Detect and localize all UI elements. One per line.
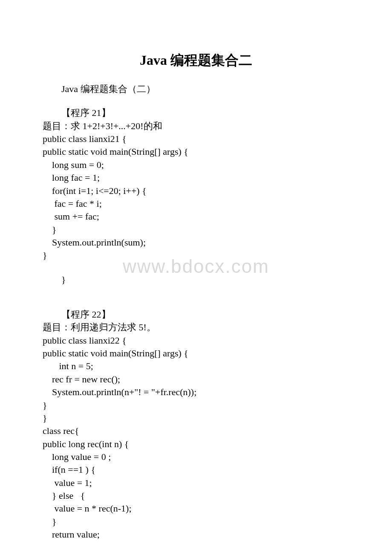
code-line: value = 1; (43, 477, 349, 489)
code-line: long value = 0 ; (43, 451, 349, 463)
code-line: class rec{ (43, 425, 349, 437)
code-line: value = n * rec(n-1); (43, 502, 349, 515)
code-line: 【程序 22】 (43, 308, 349, 321)
document-title: Java 编程题集合二 (43, 51, 349, 70)
code-line: public class lianxi22 { (43, 334, 349, 347)
code-line: sum += fac; (43, 210, 349, 223)
document-body: Java 编程题集合（二）【程序 21】题目：求 1+2!+3!+...+20!… (43, 83, 349, 541)
code-line: int n = 5; (43, 360, 349, 373)
code-line: public long rec(int n) { (43, 438, 349, 451)
code-line: } (43, 273, 349, 286)
code-line: fac = fac * i; (43, 197, 349, 210)
code-line: 【程序 21】 (43, 107, 349, 119)
blank-line (43, 297, 349, 308)
code-line: Java 编程题集合（二） (43, 83, 349, 95)
code-line: } else { (43, 489, 349, 502)
code-line: long fac = 1; (43, 171, 349, 184)
code-line: public static void main(String[] args) { (43, 347, 349, 360)
code-line: if(n ==1 ) { (43, 463, 349, 476)
code-line: rec fr = new rec(); (43, 373, 349, 386)
code-line: 题目：利用递归方法求 5!。 (43, 321, 349, 334)
code-line: return value; (43, 528, 349, 541)
code-line: for(int i=1; i<=20; i++) { (43, 185, 349, 197)
code-line: System.out.println(sum); (43, 236, 349, 249)
code-line: } (43, 399, 349, 412)
code-line: } (43, 412, 349, 425)
code-line: 题目：求 1+2!+3!+...+20!的和 (43, 120, 349, 133)
code-line: } (43, 249, 349, 262)
blank-line (43, 95, 349, 107)
code-line: long sum = 0; (43, 159, 349, 171)
blank-line (43, 262, 349, 273)
code-line: public class lianxi21 { (43, 133, 349, 145)
code-line: } (43, 223, 349, 236)
blank-line (43, 286, 349, 297)
code-line: public static void main(String[] args) { (43, 145, 349, 158)
code-line: System.out.println(n+"! = "+fr.rec(n)); (43, 386, 349, 399)
code-line: } (43, 515, 349, 528)
